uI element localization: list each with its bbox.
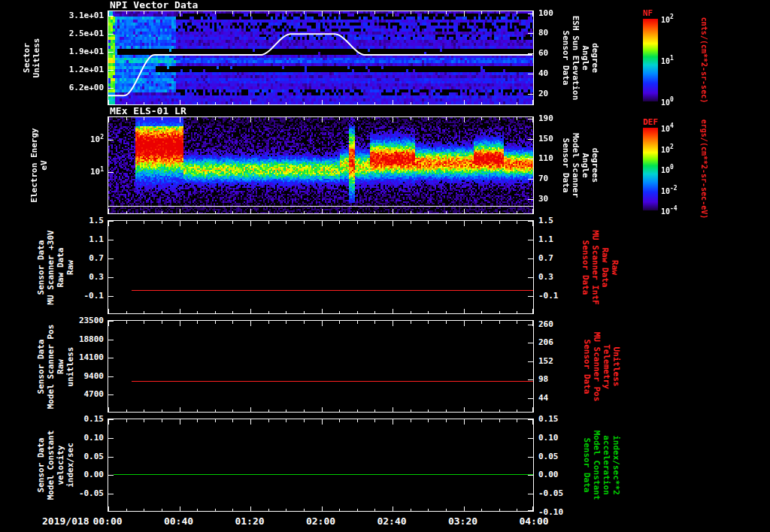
x-major-tick [393,309,393,314]
x-minor-tick [499,211,500,214]
x-minor-tick [162,211,162,214]
x-minor-tick [357,102,358,105]
x-minor-tick [428,117,429,120]
right-axis-label-npi-line: ESH Sun Elevation [571,16,581,101]
x-major-tick [108,506,109,512]
left-axis-label-model-constant: Sensor DataModel Constantvelocityindex/s… [36,431,75,500]
x-minor-tick [304,410,305,413]
x-minor-tick [499,117,500,120]
left-axis-label-els-line: eV [39,128,49,202]
panel-npi [108,11,534,105]
panel-model-constant [108,419,534,512]
right-tick-label-npi: 40 [538,68,548,78]
colorbar-tick-label-base: 10 [661,166,670,174]
right-tick-label-els: 70 [538,174,548,183]
x-minor-tick [268,311,269,314]
x-axis-tick-label: 02:00 [306,515,335,527]
right-tick-label-mu-scanner-30v: 1.5 [538,216,553,225]
x-major-tick [250,100,251,105]
right-tick-label-model-constant: 0.05 [538,451,559,461]
x-major-tick [108,309,109,314]
data-line-model-constant [114,474,533,475]
x-major-tick [108,419,109,425]
colorbar-tick-label-base: 10 [661,186,670,195]
x-minor-tick [481,509,482,512]
left-tick-label-npi: 3.1e+01 [69,10,104,20]
x-major-tick [250,309,251,314]
x-minor-tick [162,221,162,224]
left-tick-label-npi: 1.9e+01 [69,46,104,56]
x-minor-tick [286,221,286,224]
x-major-tick [250,209,251,214]
x-minor-tick [428,221,429,224]
x-major-tick [393,407,393,413]
x-major-tick [322,209,323,214]
colorbar-tick-label-base: 10 [661,125,670,133]
left-tick-label-els-exponent: 1 [100,166,104,173]
x-minor-tick [232,102,233,105]
x-minor-tick [232,211,233,214]
x-minor-tick [499,321,500,324]
colorbar-tick-label: 101 [661,55,674,65]
right-tick-label-model-constant: 0.10 [538,432,559,442]
right-axis-label-npi-line: Angle [581,16,590,101]
x-minor-tick [374,419,375,422]
left-axis-label-els-line: Electron Energy [29,128,39,202]
y-major-tick-right [528,119,533,119]
x-minor-tick [232,117,233,120]
left-axis-label-mu-scanner-30v-line: MU Scanner +30V [46,230,56,304]
y-major-tick-right [528,74,533,74]
x-minor-tick [215,211,216,214]
x-minor-tick [499,419,500,422]
y-major-tick-right [528,475,533,476]
colorbar-tick-label: 102 [661,14,674,23]
left-tick-label-mu-scanner-30v: 0.7 [89,253,104,263]
x-major-tick [180,117,180,122]
x-minor-tick [481,311,482,314]
left-tick-label-mu-scanner-30v: 0.3 [89,272,104,282]
x-minor-tick [215,419,216,422]
x-minor-tick [126,311,127,314]
x-minor-tick [411,221,411,224]
left-axis-label-mu-scanner-30v: Sensor DataMU Scanner +30VRaw DataRaw [36,230,75,304]
x-major-tick [322,11,323,17]
right-axis-label-model-scanner-pos-line: Sensor Data [582,331,592,401]
x-major-tick [322,407,323,413]
x-minor-tick [268,102,269,105]
x-minor-tick [126,221,127,224]
y-major-tick-left [108,438,114,439]
x-major-tick [464,11,465,17]
left-tick-label-mu-scanner-30v: -0.1 [84,291,105,301]
x-minor-tick [499,410,500,413]
y-major-tick-left [108,277,114,278]
x-major-tick [464,209,465,214]
x-minor-tick [232,509,233,512]
x-major-tick [180,221,180,226]
x-minor-tick [197,410,198,413]
x-minor-tick [374,211,375,214]
x-minor-tick [374,321,375,324]
x-major-tick [180,407,180,413]
x-minor-tick [162,117,162,120]
x-major-tick [250,321,251,326]
right-tick-label-model-scanner-pos: 260 [538,319,553,328]
y-major-tick-left [108,475,114,476]
x-major-tick [322,221,323,226]
x-minor-tick [357,321,358,324]
x-minor-tick [446,117,447,120]
y-major-tick-right [528,325,533,325]
colorbar-tick-label-exponent: -2 [670,185,678,192]
x-minor-tick [517,102,517,105]
y-major-tick-left [108,340,114,340]
x-minor-tick [517,117,517,120]
right-tick-label-model-constant: 0.15 [538,414,559,424]
x-minor-tick [162,410,162,413]
x-minor-tick [499,11,500,14]
right-tick-label-model-scanner-pos: 152 [538,355,553,365]
right-tick-label-els: 150 [538,133,553,143]
x-major-tick [322,100,323,105]
x-minor-tick [446,419,447,422]
x-minor-tick [374,410,375,413]
left-tick-label-els-exponent: 2 [100,134,104,141]
x-major-tick [250,117,251,122]
